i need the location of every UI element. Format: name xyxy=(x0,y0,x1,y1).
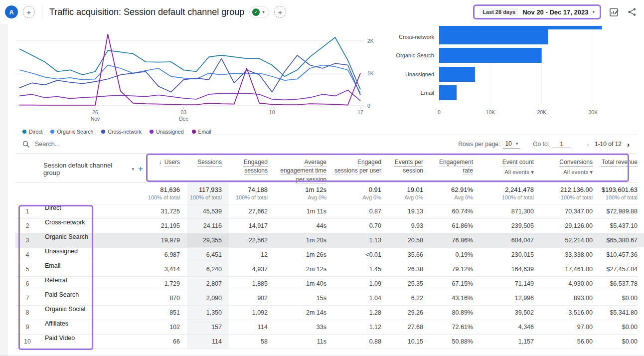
dimension-header[interactable]: Session default channel group▾+ xyxy=(15,154,143,184)
table-row[interactable]: 10Paid Video661145811s0.8810.1550.88%1,1… xyxy=(15,335,637,349)
svg-text:Organic Search: Organic Search xyxy=(396,52,434,58)
metric-cell: 39,502 xyxy=(480,306,541,320)
metric-cell: 893.00 xyxy=(541,291,600,305)
metric-cell: 851 xyxy=(143,306,187,320)
metric-cell: 2m 12s xyxy=(275,262,333,276)
channel-name: Unassigned xyxy=(39,248,143,262)
svg-text:0: 0 xyxy=(438,109,441,115)
column-label[interactable]: Sessions xyxy=(197,159,222,166)
totals-cell: 1m 12sAvg 0% xyxy=(275,182,333,204)
column-header-events-per-session[interactable]: Events per session xyxy=(388,154,430,184)
table-row[interactable]: 5Email3,4146,2404,9372m 12s1.4526.3879.1… xyxy=(15,262,637,277)
column-header-sessions[interactable]: Sessions xyxy=(187,154,229,184)
account-avatar[interactable]: A xyxy=(5,5,18,18)
users-over-time-line-chart[interactable]: 01K2K26Nov03Dec1017 DirectOrganic Search… xyxy=(15,26,384,135)
column-header-users[interactable]: ↓ Users xyxy=(143,154,187,184)
table-row[interactable]: 2Cross-network21,19524,11614,91744s0.709… xyxy=(15,219,637,233)
channel-name: Referral xyxy=(39,277,143,291)
metric-cell: 3,414 xyxy=(143,262,187,276)
metric-cell: 4,930.00 xyxy=(541,277,600,291)
column-header-engaged-sessions-per-user[interactable]: Engaged sessions per user xyxy=(333,154,388,184)
search-input[interactable] xyxy=(35,141,184,148)
table-row[interactable]: 1Direct31,72545,53927,6621m 11s0.8719.13… xyxy=(15,204,637,219)
table-row[interactable]: 9Affiliates10215711433s1.1227.6872.61%4,… xyxy=(15,320,637,335)
legend-item-cross-network[interactable]: Cross-network xyxy=(101,129,142,135)
table-row[interactable]: 3Organic Search19,97929,35522,5621m 20s1… xyxy=(15,233,637,248)
table-toolbar: Rows per page: 10 ▾ Go to: ‹ 1-10 of 12 … xyxy=(15,135,637,154)
totals-sub-label: 100% of total xyxy=(190,194,222,200)
search-icon xyxy=(22,141,30,148)
metric-cell: 1m 26s xyxy=(275,248,333,262)
page-title: Traffic acquisition: Session default cha… xyxy=(49,7,244,17)
table-row[interactable]: 8Organic Social8511,3501,0922m 14s1.2829… xyxy=(15,306,637,320)
column-event-filter[interactable]: All events ▾ xyxy=(504,168,534,177)
legend-dot-icon xyxy=(50,130,54,134)
add-icon[interactable]: + xyxy=(274,6,286,18)
legend-item-unassigned[interactable]: Unassigned xyxy=(150,129,183,135)
metric-cell: 9.93 xyxy=(388,219,430,233)
column-label[interactable]: Events per session xyxy=(395,159,423,174)
metric-cell: 26.38 xyxy=(388,262,430,276)
prev-page-icon[interactable]: ‹ xyxy=(584,140,592,149)
metric-cell: 0.70 xyxy=(333,219,388,233)
column-event-filter[interactable]: All events ▾ xyxy=(563,168,593,177)
column-label[interactable]: Engaged sessions xyxy=(244,159,268,174)
line-chart-svg: 01K2K26Nov03Dec1017 xyxy=(15,26,379,124)
metric-cell: 1.04 xyxy=(333,291,388,305)
add-dimension-icon[interactable]: + xyxy=(138,164,143,174)
date-range-text: Nov 20 - Dec 17, 2023 xyxy=(522,8,588,16)
legend-item-email[interactable]: Email xyxy=(192,129,211,135)
column-label[interactable]: Average engagement time per session xyxy=(280,159,326,183)
table-header-row: Session default channel group▾+↓ UsersSe… xyxy=(15,154,637,182)
table-search[interactable] xyxy=(22,141,458,148)
share-icon[interactable] xyxy=(627,7,637,17)
column-label[interactable]: Engagement rate xyxy=(439,159,473,174)
totals-sub-label: Avg 0% xyxy=(404,194,423,200)
next-page-icon[interactable]: › xyxy=(625,140,632,149)
table-row[interactable]: 6Referral1,7292,8071,8851m 40s1.0925.356… xyxy=(15,277,637,291)
column-header-engagement-rate[interactable]: Engagement rate xyxy=(430,154,480,184)
rows-per-page-label: Rows per page: xyxy=(458,141,500,148)
add-comparison-icon[interactable]: + xyxy=(23,6,35,18)
totals-value: $193,601.63 xyxy=(602,186,638,193)
metric-cell: 114 xyxy=(229,320,275,334)
users-by-channel-bar-chart[interactable]: 010K20K30KCross-networkOrganic SearchUna… xyxy=(387,26,637,135)
metric-cell: $65,380.67 xyxy=(600,233,644,247)
bar-chart-svg: 010K20K30KCross-networkOrganic SearchUna… xyxy=(387,26,636,124)
report-saved-badge[interactable]: ✓ ▾ xyxy=(249,6,269,18)
date-range-picker[interactable]: Last 28 days Nov 20 - Dec 17, 2023 ▾ xyxy=(473,4,601,19)
metric-cell: 3,516.00 xyxy=(541,306,600,320)
metric-cell: 12,996 xyxy=(480,291,541,305)
legend-item-organic-search[interactable]: Organic Search xyxy=(50,129,93,135)
metric-cell: 22,562 xyxy=(229,233,275,247)
goto-page-input[interactable] xyxy=(552,141,571,148)
legend-item-direct[interactable]: Direct xyxy=(22,129,42,135)
column-header-conversions[interactable]: ConversionsAll events ▾ xyxy=(541,154,600,184)
table-row[interactable]: 4Unassigned6,9876,451121m 26s<0.0135.660… xyxy=(15,248,637,262)
metric-cell: 230,015 xyxy=(480,248,541,262)
table-row[interactable]: 7Paid Search8702,09090215s1.046.2243.16%… xyxy=(15,291,637,306)
metric-cell: 4,346 xyxy=(480,320,541,334)
column-header-engaged-sessions[interactable]: Engaged sessions xyxy=(229,154,275,184)
rows-per-page-select[interactable]: 10 ▾ xyxy=(503,140,520,149)
column-label[interactable]: Conversions xyxy=(559,159,593,166)
column-label[interactable]: Event count xyxy=(502,159,534,166)
svg-text:20K: 20K xyxy=(537,109,547,115)
svg-text:30K: 30K xyxy=(588,109,598,115)
metric-cell: 1,092 xyxy=(229,306,275,320)
table-totals-row: 81,636100% of total117,933100% of total7… xyxy=(15,182,637,204)
metric-cell: 604,047 xyxy=(480,233,541,247)
column-header-average-engagement-time-per-session[interactable]: Average engagement time per session xyxy=(275,154,333,184)
column-label[interactable]: Engaged sessions per user xyxy=(334,159,381,174)
sort-descending-icon[interactable]: ↓ xyxy=(159,159,163,166)
column-header-total-revenue[interactable]: Total revenue xyxy=(600,154,644,184)
ga4-traffic-acquisition-report: A + Traffic acquisition: Session default… xyxy=(0,0,644,356)
customize-report-icon[interactable] xyxy=(609,7,619,17)
column-header-event-count[interactable]: Event countAll events ▾ xyxy=(480,154,541,184)
metric-cell: 71,149 xyxy=(480,277,541,291)
chevron-down-icon: ▾ xyxy=(516,141,518,146)
row-number: 7 xyxy=(15,291,39,305)
column-label[interactable]: Users xyxy=(164,159,180,166)
column-label[interactable]: Total revenue xyxy=(602,159,638,166)
metric-cell: 114 xyxy=(187,335,229,349)
